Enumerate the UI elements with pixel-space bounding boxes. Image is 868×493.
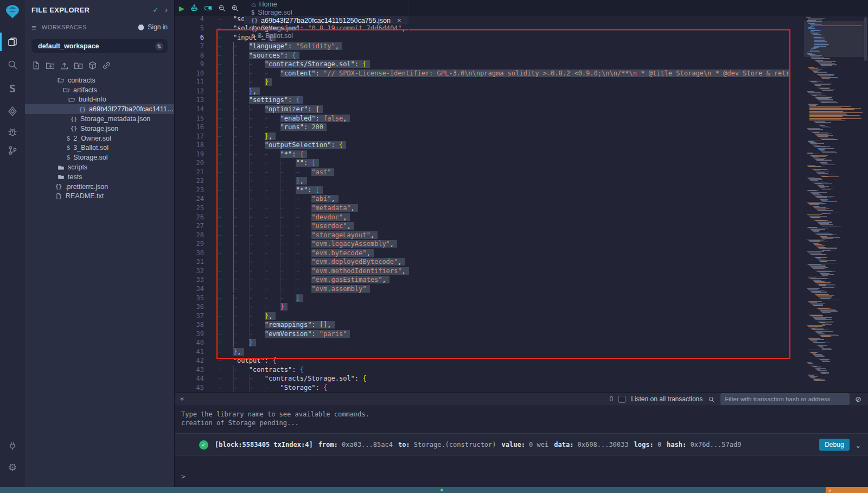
rail-item-file-explorer[interactable]	[0, 34, 25, 50]
rail-item-debugger[interactable]	[0, 124, 25, 140]
code-line-11[interactable]: →→→}	[218, 78, 790, 87]
code-line-33[interactable]: →→→→→→"evm.gasEstimates",	[218, 275, 790, 285]
code-line-14[interactable]: →→→"optimizer": {	[218, 105, 790, 114]
clear-console-icon[interactable]: ⊘	[855, 395, 861, 403]
link-icon[interactable]	[102, 61, 111, 70]
code-line-25[interactable]: →→→→→→"metadata",	[218, 204, 790, 213]
transaction-row[interactable]: ✓ [block:5583405 txIndex:4] from: 0xa03.…	[175, 433, 868, 456]
code-line-41[interactable]: →},	[218, 347, 790, 357]
editor-scrollbar[interactable]	[864, 17, 867, 61]
code-line-39[interactable]: →→→"evmVersion": "paris"	[218, 330, 790, 339]
rail-item-remix-logo[interactable]	[0, 3, 25, 20]
code-line-32[interactable]: →→→→→→"evm.methodIdentifiers",	[218, 267, 790, 276]
code-line-20[interactable]: →→→→→"": [	[218, 159, 790, 168]
terminal-prompt[interactable]: >	[181, 472, 186, 481]
code-line-35[interactable]: →→→→→]	[218, 294, 790, 303]
code-line-28[interactable]: →→→→→→"storageLayout",	[218, 231, 790, 240]
chevron-right-icon[interactable]: ›	[165, 5, 168, 14]
hamburger-menu-icon[interactable]: ≡	[31, 23, 36, 32]
terminal-body[interactable]: Type the library name to see available c…	[175, 406, 868, 487]
code-line-15[interactable]: →→→→"enabled": false,	[218, 114, 790, 123]
code-line-34[interactable]: →→→→→→"evm.assembly"	[218, 285, 790, 294]
tree-item-build-info[interactable]: build-info	[25, 95, 174, 105]
sign-in-button[interactable]: Sign in	[137, 23, 168, 31]
code-line-43[interactable]: →→"contracts": {	[218, 365, 790, 375]
upload-folder-icon[interactable]	[74, 61, 83, 70]
zoom-out-icon[interactable]	[218, 4, 226, 12]
publish-box-icon[interactable]	[88, 61, 97, 70]
tx-expand-chevron-icon[interactable]: ⌄	[856, 440, 860, 449]
new-folder-icon[interactable]	[46, 61, 55, 70]
code-line-29[interactable]: →→→→→→"evm.legacyAssembly",	[218, 239, 790, 249]
tree-item-contracts[interactable]: contracts	[25, 75, 174, 85]
code-line-8[interactable]: →→"sources": {	[218, 51, 790, 60]
tab-storage-json[interactable]: {}Storage.json	[244, 24, 409, 32]
tree-item-3-ballot-sol[interactable]: S3_Ballot.sol	[25, 143, 174, 153]
code-line-7[interactable]: →→"language": "Solidity",	[218, 42, 790, 51]
selection-highlight: }	[280, 303, 288, 311]
code-line-45[interactable]: →→→→"Storage": {	[218, 383, 790, 392]
code-line-23[interactable]: →→→→→"*": [	[218, 186, 790, 195]
tree-item-storage-sol[interactable]: SStorage.sol	[25, 153, 174, 162]
tab-home[interactable]: ⌂Home	[244, 0, 409, 9]
code-line-18[interactable]: →→→"outputSelection": {	[218, 141, 790, 150]
indent-tab: →	[218, 176, 233, 186]
code-line-22[interactable]: →→→→→],	[218, 176, 790, 186]
tab-a69b43f277ba20fcac141151250ca755-json[interactable]: {}a69b43f277ba20fcac141151250ca755.json×	[244, 16, 409, 24]
code-editor[interactable]: 4567891011121314151617181920212223242526…	[175, 16, 868, 392]
close-tab-icon[interactable]: ×	[397, 16, 401, 24]
rail-item-settings[interactable]: ⚙	[0, 459, 25, 476]
tree-item-2-owner-sol[interactable]: S2_Owner.sol	[25, 134, 174, 143]
minimap[interactable]	[804, 16, 864, 392]
tree-item-readme-txt[interactable]: README.txt	[25, 192, 174, 201]
code-line-13[interactable]: →→"settings": {	[218, 96, 790, 105]
code-line-10[interactable]: →→→→"content": "// SPDX-License-Identifi…	[218, 69, 790, 78]
tree-item-storage-json[interactable]: {}Storage.json	[25, 124, 174, 134]
tree-item-storage-metadata-json[interactable]: {}Storage_metadata.json	[25, 114, 174, 124]
run-script-button[interactable]: ▶	[179, 4, 184, 12]
rail-item-plugin-manager[interactable]	[0, 438, 25, 454]
listen-checkbox[interactable]	[618, 396, 626, 403]
tree-item--prettierrc-json[interactable]: {}.prettierrc.json	[25, 182, 174, 192]
upload-file-icon[interactable]	[60, 61, 69, 70]
code-line-19[interactable]: →→→→"*": {	[218, 150, 790, 159]
rail-item-git[interactable]	[0, 142, 25, 159]
code-line-42[interactable]: →"output": {	[218, 356, 790, 365]
debug-button[interactable]: Debug	[819, 439, 849, 451]
expand-terminal-icon[interactable]: «	[178, 397, 186, 401]
tree-item-scripts[interactable]: scripts	[25, 162, 174, 172]
code-line-31[interactable]: →→→→→→"evm.deployedBytecode",	[218, 257, 790, 267]
ai-toggle-icon[interactable]	[204, 4, 213, 12]
rail-item-solidity-compiler[interactable]: S	[0, 80, 25, 97]
status-alert-segment[interactable]: ▲	[826, 487, 868, 493]
tree-item-artifacts[interactable]: artifacts	[25, 85, 174, 95]
code-line-36[interactable]: →→→→}	[218, 302, 790, 312]
tab-3-ballot-sol[interactable]: S3_Ballot.sol	[244, 32, 409, 40]
code-line-17[interactable]: →→→},	[218, 132, 790, 141]
code-line-9[interactable]: →→→"contracts/Storage.sol": {	[218, 60, 790, 69]
rail-item-deploy-run[interactable]	[0, 103, 25, 119]
code-line-16[interactable]: →→→→"runs": 200	[218, 123, 790, 132]
filter-input[interactable]	[720, 393, 850, 405]
code-line-30[interactable]: →→→→→→"evm.bytecode",	[218, 249, 790, 258]
folder-open-icon	[63, 86, 70, 93]
code-line-26[interactable]: →→→→→→"devdoc",	[218, 213, 790, 222]
tab-storage-sol[interactable]: SStorage.sol	[244, 9, 409, 16]
code-line-37[interactable]: →→→},	[218, 312, 790, 321]
code-line-40[interactable]: →→}	[218, 338, 790, 347]
workspace-sort-icon: ⇅	[155, 42, 163, 50]
new-file-icon[interactable]	[31, 61, 41, 70]
tree-item-a69b43f277ba20fcac141151250ca7-[interactable]: {}a69b43f277ba20fcac141151250ca7...	[25, 104, 174, 114]
code-line-27[interactable]: →→→→→→"userdoc",	[218, 222, 790, 231]
code-line-38[interactable]: →→→"remappings": [],	[218, 320, 790, 330]
ai-assistant-icon[interactable]	[190, 4, 199, 12]
rail-item-search[interactable]	[0, 56, 25, 73]
code-line-24[interactable]: →→→→→→"abi",	[218, 194, 790, 204]
zoom-in-icon[interactable]	[231, 4, 239, 12]
code-line-44[interactable]: →→→"contracts/Storage.sol": {	[218, 374, 790, 383]
tree-item-tests[interactable]: tests	[25, 172, 174, 182]
code-line-21[interactable]: →→→→→→"ast"	[218, 168, 790, 177]
code-line-12[interactable]: →→},	[218, 87, 790, 96]
search-icon[interactable]	[708, 396, 715, 403]
workspace-select[interactable]: default_workspace ⇅	[31, 39, 168, 53]
